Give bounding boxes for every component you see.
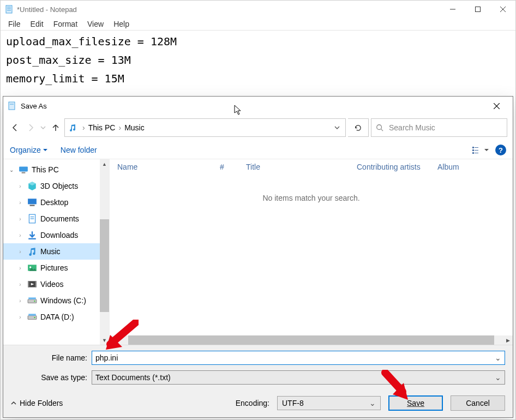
chevron-icon[interactable]: › <box>16 314 24 320</box>
tree-node-3d-objects[interactable]: ›3D Objects <box>3 178 109 194</box>
hide-folders-button[interactable]: Hide Folders <box>11 399 63 407</box>
nav-recent-button[interactable] <box>39 120 47 135</box>
tree-node-data-d-[interactable]: ›DATA (D:) <box>3 309 109 325</box>
tree-node-pictures[interactable]: ›Pictures <box>3 260 109 276</box>
svg-rect-15 <box>475 147 478 148</box>
notepad-icon <box>5 5 14 14</box>
tree-scrollbar[interactable]: ▲▼ <box>100 159 109 345</box>
menu-view[interactable]: View <box>83 19 108 29</box>
address-bar[interactable]: ›This PC›Music <box>64 118 346 137</box>
filename-input[interactable]: php.ini⌄ <box>92 351 505 365</box>
tree-node-label: Downloads <box>40 231 78 239</box>
scroll-left-arrow[interactable]: ◀ <box>110 335 119 345</box>
organize-button[interactable]: Organize <box>10 146 47 154</box>
nav-row: ›This PC›Music <box>3 115 513 141</box>
refresh-icon <box>354 124 362 132</box>
breadcrumb-root[interactable]: This PC <box>88 123 116 132</box>
menu-file[interactable]: File <box>4 19 25 29</box>
new-folder-button[interactable]: New folder <box>61 146 97 154</box>
tree-node-downloads[interactable]: ›Downloads <box>3 227 109 243</box>
tree-node-label: Music <box>40 247 61 256</box>
svg-line-13 <box>381 129 383 131</box>
save-button[interactable]: Save <box>388 395 443 411</box>
chevron-up-icon <box>11 400 16 406</box>
chevron-down-icon[interactable]: ⌄ <box>495 373 501 382</box>
dialog-close-button[interactable] <box>484 98 508 114</box>
search-box[interactable] <box>371 118 507 137</box>
chevron-down-icon <box>40 125 46 130</box>
chevron-down-icon[interactable]: ⌄ <box>495 353 501 362</box>
col-album[interactable]: Album <box>437 163 459 171</box>
chevron-icon[interactable]: › <box>16 232 24 238</box>
vids-icon <box>27 279 37 289</box>
nav-up-button[interactable] <box>49 120 62 135</box>
chevron-icon[interactable]: › <box>16 216 24 222</box>
nav-forward-button[interactable] <box>24 120 37 135</box>
scroll-up-arrow[interactable]: ▲ <box>100 159 109 169</box>
encoding-select[interactable]: UTF-8⌄ <box>277 396 381 410</box>
minimize-icon <box>450 7 455 12</box>
chevron-icon[interactable]: › <box>16 298 24 304</box>
help-button[interactable]: ? <box>495 145 506 155</box>
down-icon <box>27 230 37 240</box>
tree-node-desktop[interactable]: ›Desktop <box>3 194 109 211</box>
tree-node-this-pc[interactable]: ⌄This PC <box>3 161 109 178</box>
scroll-right-arrow[interactable]: ▶ <box>503 335 513 345</box>
search-icon <box>376 124 383 131</box>
folder-tree[interactable]: ⌄This PC›3D Objects›Desktop›Documents›Do… <box>3 159 110 345</box>
chevron-icon[interactable]: › <box>16 249 24 255</box>
menu-format[interactable]: Format <box>49 19 82 29</box>
address-dropdown[interactable] <box>332 124 342 132</box>
menu-edit[interactable]: Edit <box>26 19 48 29</box>
chevron-icon[interactable]: › <box>16 265 24 271</box>
col-num[interactable]: # <box>220 163 242 171</box>
dialog-toolbar: Organize New folder ? <box>3 141 513 159</box>
chevron-icon[interactable]: › <box>16 200 24 206</box>
tree-node-documents[interactable]: ›Documents <box>3 211 109 227</box>
titlebar[interactable]: *Untitled - Notepad <box>1 1 515 18</box>
menu-help[interactable]: Help <box>109 19 134 29</box>
breadcrumb-folder[interactable]: Music <box>124 123 145 132</box>
dialog-titlebar[interactable]: Save As <box>3 97 513 115</box>
3d-icon <box>27 181 37 191</box>
chevron-down-icon[interactable]: ⌄ <box>369 399 376 407</box>
svg-point-12 <box>377 125 382 130</box>
nav-back-button[interactable] <box>9 120 22 135</box>
svg-rect-22 <box>28 199 37 204</box>
col-name[interactable]: Name <box>117 163 215 171</box>
close-button[interactable] <box>490 1 515 18</box>
main-hscrollbar[interactable]: ◀▶ <box>110 335 513 345</box>
drive-icon <box>27 312 37 322</box>
scroll-down-arrow[interactable]: ▼ <box>100 335 109 345</box>
save-as-dialog: Save As ›This PC›Music Organize New fold… <box>3 96 513 418</box>
tree-node-label: Windows (C:) <box>40 296 86 305</box>
tree-node-windows-c-[interactable]: ›Windows (C:) <box>3 292 109 309</box>
encoding-label: Encoding: <box>236 399 269 407</box>
maximize-button[interactable] <box>465 1 490 18</box>
arrow-right-icon <box>26 123 35 132</box>
tree-node-videos[interactable]: ›Videos <box>3 276 109 292</box>
svg-rect-21 <box>22 172 26 173</box>
chevron-icon[interactable]: ⌄ <box>8 167 15 173</box>
chevron-icon[interactable]: › <box>16 281 24 287</box>
column-headers[interactable]: Name # Title Contributing artists Album <box>110 159 513 177</box>
savetype-select[interactable]: Text Documents (*.txt)⌄ <box>92 370 505 385</box>
music-icon <box>27 247 37 256</box>
minimize-button[interactable] <box>440 1 465 18</box>
search-input[interactable] <box>388 123 502 133</box>
col-artists[interactable]: Contributing artists <box>357 163 433 171</box>
chevron-icon[interactable]: › <box>16 183 24 189</box>
scroll-thumb[interactable] <box>100 219 109 312</box>
refresh-button[interactable] <box>348 118 369 137</box>
pc-icon <box>19 165 28 175</box>
svg-rect-31 <box>28 281 29 287</box>
cancel-button[interactable]: Cancel <box>451 395 505 411</box>
tree-node-label: DATA (D:) <box>40 313 74 321</box>
tree-node-music[interactable]: ›Music <box>3 243 109 260</box>
savetype-label: Save as type: <box>11 373 87 382</box>
col-title[interactable]: Title <box>246 163 352 171</box>
scroll-thumb[interactable] <box>128 335 494 345</box>
menu-bar: File Edit Format View Help <box>1 18 515 30</box>
view-button[interactable] <box>472 146 489 154</box>
svg-rect-0 <box>6 5 12 13</box>
